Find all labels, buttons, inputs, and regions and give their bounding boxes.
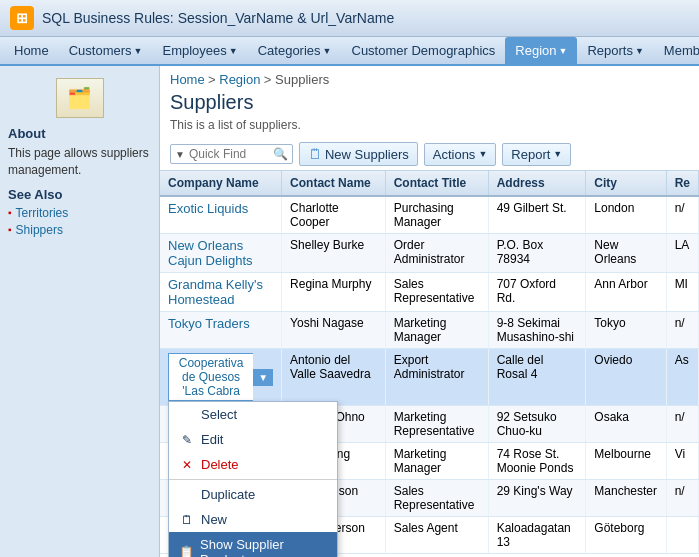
ctx-duplicate[interactable]: Duplicate <box>169 482 337 507</box>
nav-home[interactable]: Home <box>4 37 59 64</box>
company-cell: Exotic Liquids <box>160 196 282 234</box>
contact-cell: Charlotte Cooper <box>282 196 386 234</box>
new-suppliers-icon: 🗒 <box>308 146 322 162</box>
city-cell: Oviedo <box>586 349 666 406</box>
nav-bar: Home Customers ▼ Employees ▼ Categories … <box>0 37 699 66</box>
col-city[interactable]: City <box>586 171 666 196</box>
ctx-delete-label: Delete <box>201 457 239 472</box>
breadcrumb-home[interactable]: Home <box>170 72 205 87</box>
ctx-divider <box>169 479 337 480</box>
address-cell: 29 King's Way <box>488 480 586 517</box>
see-also-title: See Also <box>8 187 151 202</box>
page-subtitle: This is a list of suppliers. <box>160 118 699 138</box>
table-row: Exotic Liquids Charlotte Cooper Purchasi… <box>160 196 699 234</box>
actions-button[interactable]: Actions ▼ <box>424 143 497 166</box>
report-button[interactable]: Report ▼ <box>502 143 571 166</box>
nav-customers[interactable]: Customers ▼ <box>59 37 153 64</box>
col-contact[interactable]: Contact Name <box>282 171 386 196</box>
city-cell: Ann Arbor <box>586 273 666 312</box>
address-cell: 92 Setsuko Chuo-ku <box>488 406 586 443</box>
ctx-duplicate-label: Duplicate <box>201 487 255 502</box>
company-cell: Grandma Kelly's Homestead <box>160 273 282 312</box>
address-cell: 9-8 Sekimai Musashino-shi <box>488 312 586 349</box>
address-cell: 707 Oxford Rd. <box>488 273 586 312</box>
address-cell: Calle del Rosal 4 <box>488 349 586 406</box>
col-title[interactable]: Contact Title <box>385 171 488 196</box>
employees-arrow: ▼ <box>229 46 238 56</box>
ctx-delete[interactable]: ✕ Delete <box>169 452 337 477</box>
ctx-new-icon: 🗒 <box>179 513 195 527</box>
address-cell: P.O. Box 78934 <box>488 234 586 273</box>
contact-cell: Regina Murphy <box>282 273 386 312</box>
breadcrumb-region[interactable]: Region <box>219 72 260 87</box>
data-table-wrap: Company Name Contact Name Contact Title … <box>160 171 699 557</box>
nav-customer-demographics[interactable]: Customer Demographics <box>342 37 506 64</box>
company-link[interactable]: Exotic Liquids <box>168 201 248 216</box>
nav-membership[interactable]: Membership <box>654 37 699 64</box>
ctx-delete-icon: ✕ <box>179 458 195 472</box>
suppliers-table: Company Name Contact Name Contact Title … <box>160 171 699 554</box>
sidebar-icon: 🗂️ <box>56 78 104 118</box>
company-link[interactable]: New Orleans Cajun Delights <box>168 238 253 268</box>
title-cell: Export Administrator <box>385 349 488 406</box>
city-cell: Osaka <box>586 406 666 443</box>
city-cell: Manchester <box>586 480 666 517</box>
table-row: Tokyo Traders Yoshi Nagase Marketing Man… <box>160 312 699 349</box>
city-cell: Göteborg <box>586 517 666 554</box>
context-menu-wrap: Cooperativa de Quesos 'Las Cabra ▼ Selec… <box>168 353 273 401</box>
report-arrow: ▼ <box>553 149 562 159</box>
ctx-new-label: New <box>201 512 227 527</box>
actions-label: Actions <box>433 147 476 162</box>
company-link[interactable]: Grandma Kelly's Homestead <box>168 277 263 307</box>
title-cell: Sales Agent <box>385 517 488 554</box>
context-menu: Select ✎ Edit ✕ Delete <box>168 401 338 557</box>
table-row-selected: Cooperativa de Quesos 'Las Cabra ▼ Selec… <box>160 349 699 406</box>
city-cell: Tokyo <box>586 312 666 349</box>
city-cell: New Orleans <box>586 234 666 273</box>
nav-reports[interactable]: Reports ▼ <box>577 37 653 64</box>
quick-find-arrow[interactable]: ▼ <box>175 149 185 160</box>
re-cell: n/ <box>666 196 698 234</box>
title-cell: Sales Representative <box>385 273 488 312</box>
nav-region[interactable]: Region ▼ <box>505 37 577 64</box>
categories-arrow: ▼ <box>323 46 332 56</box>
address-cell: 74 Rose St. Moonie Ponds <box>488 443 586 480</box>
region-arrow: ▼ <box>558 46 567 56</box>
title-bar: ⊞ SQL Business Rules: Session_VarName & … <box>0 0 699 37</box>
ctx-select[interactable]: Select <box>169 402 337 427</box>
ctx-show-products[interactable]: 📋 Show Supplier Products <box>169 532 337 557</box>
contact-cell: Antonio del Valle Saavedra <box>282 349 386 406</box>
breadcrumb-sep1: > <box>208 72 219 87</box>
toolbar: ▼ 🔍 🗒 New Suppliers Actions ▼ Report ▼ <box>160 138 699 171</box>
col-company[interactable]: Company Name <box>160 171 282 196</box>
title-cell: Marketing Manager <box>385 312 488 349</box>
company-name-button[interactable]: Cooperativa de Quesos 'Las Cabra <box>168 353 253 401</box>
new-suppliers-label: New Suppliers <box>325 147 409 162</box>
nav-employees[interactable]: Employees ▼ <box>152 37 247 64</box>
company-link[interactable]: Tokyo Traders <box>168 316 250 331</box>
ctx-new[interactable]: 🗒 New <box>169 507 337 532</box>
address-cell: 49 Gilbert St. <box>488 196 586 234</box>
search-input[interactable] <box>189 147 269 161</box>
title-cell: Order Administrator <box>385 234 488 273</box>
app-title: SQL Business Rules: Session_VarName & Ur… <box>42 10 394 26</box>
nav-categories[interactable]: Categories ▼ <box>248 37 342 64</box>
row-dropdown-button[interactable]: ▼ <box>253 369 273 386</box>
col-address[interactable]: Address <box>488 171 586 196</box>
re-cell: MI <box>666 273 698 312</box>
sidebar-link-shippers[interactable]: Shippers <box>8 223 151 237</box>
breadcrumb-suppliers: Suppliers <box>275 72 329 87</box>
re-cell: LA <box>666 234 698 273</box>
new-suppliers-button[interactable]: 🗒 New Suppliers <box>299 142 418 166</box>
selected-company-cell: Cooperativa de Quesos 'Las Cabra ▼ <box>168 353 273 401</box>
ctx-products-label: Show Supplier Products <box>200 537 327 557</box>
ctx-select-label: Select <box>201 407 237 422</box>
sidebar-link-territories[interactable]: Territories <box>8 206 151 220</box>
ctx-edit[interactable]: ✎ Edit <box>169 427 337 452</box>
contact-cell: Yoshi Nagase <box>282 312 386 349</box>
search-icon: 🔍 <box>273 147 288 161</box>
ctx-edit-label: Edit <box>201 432 223 447</box>
col-re[interactable]: Re <box>666 171 698 196</box>
app-icon: ⊞ <box>10 6 34 30</box>
city-cell: Melbourne <box>586 443 666 480</box>
